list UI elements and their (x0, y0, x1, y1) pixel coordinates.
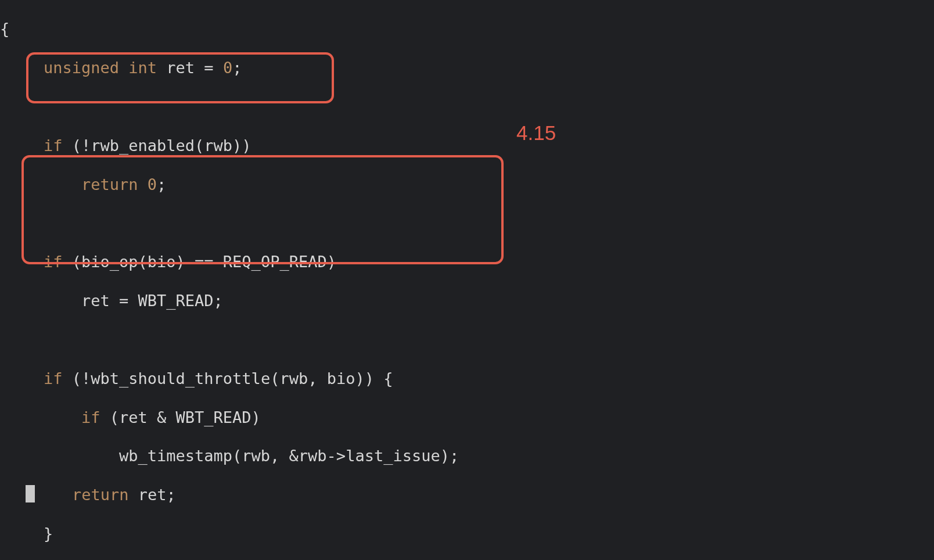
text-cursor (26, 485, 35, 502)
code-line: } (0, 524, 934, 543)
code-line: wb_timestamp(rwb, &rwb->last_issue); (0, 446, 934, 465)
code-line: unsigned int ret = 0; (0, 58, 934, 77)
cursor-line: return ret; (0, 485, 934, 504)
code-line: if (ret & WBT_READ) (0, 408, 934, 427)
code-line: return 0; (0, 175, 934, 194)
code-line: if (!rwb_enabled(rwb)) (0, 136, 934, 155)
blank-line (0, 213, 934, 232)
code-line: { (0, 19, 934, 38)
annotation-label: 4.15 (516, 123, 556, 142)
highlight-box-2 (21, 155, 504, 264)
code-block: { unsigned int ret = 0; if (!rwb_enabled… (0, 0, 934, 560)
code-line: if (bio_op(bio) == REQ_OP_READ) (0, 252, 934, 271)
code-line: ret = WBT_READ; (0, 291, 934, 310)
blank-line (0, 330, 934, 349)
code-line: if (!wbt_should_throttle(rwb, bio)) { (0, 369, 934, 388)
blank-line (0, 97, 934, 116)
